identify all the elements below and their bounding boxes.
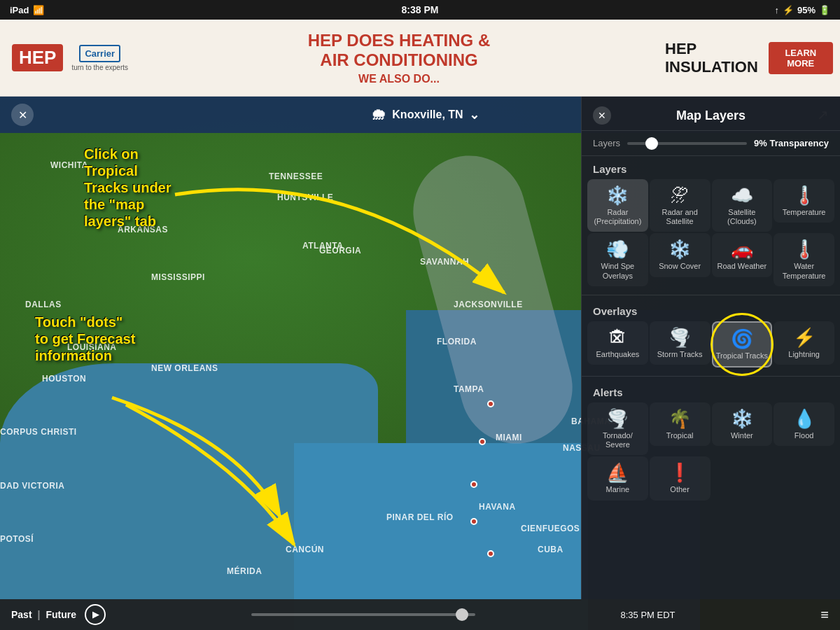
track-dot[interactable]: [487, 550, 494, 557]
chevron-down-icon[interactable]: ⌄: [469, 107, 479, 122]
temperature-label: Temperature: [783, 208, 826, 217]
track-dot[interactable]: [479, 438, 486, 445]
timeline-divider: |: [38, 609, 41, 620]
ad-subtext: WE ALSO DO...: [147, 73, 651, 85]
ipad-label: iPad: [10, 5, 29, 15]
layer-item-flood[interactable]: 💧Flood: [774, 402, 834, 446]
lightning-icon: ⚡: [793, 328, 816, 346]
layer-item-wind-speed[interactable]: 💨Wind Spe Overlays: [587, 233, 648, 286]
layer-item-tropical-tracks[interactable]: 🌀Tropical Tracks: [712, 321, 773, 368]
winter-icon: ❄️: [731, 410, 753, 428]
alerts-section-label: Alerts: [582, 379, 840, 402]
track-dot[interactable]: [470, 481, 477, 488]
radar-satellite-icon: ⛈: [671, 186, 689, 204]
layer-item-winter[interactable]: ❄️Winter: [712, 402, 773, 446]
marine-label: Marine: [606, 485, 630, 494]
earthquakes-icon: 🏚: [608, 328, 626, 346]
learn-more-button[interactable]: LEARN MORE: [769, 42, 833, 74]
arrow-icon: ↑: [774, 5, 779, 15]
layer-item-other[interactable]: ❗Other: [650, 456, 710, 500]
layer-item-storm-tracks[interactable]: 🌪️Storm Tracks: [650, 321, 710, 365]
ad-right[interactable]: HEP INSULATION LEARN MORE: [658, 33, 840, 83]
location-text: Knoxville, TN: [392, 108, 463, 121]
tropical-icon: 🌴: [668, 410, 691, 428]
bluetooth-icon: ⚡: [783, 5, 794, 15]
layer-item-radar-satellite[interactable]: ⛈Radar and Satellite: [650, 179, 710, 232]
transparency-knob[interactable]: [645, 137, 658, 150]
transparency-row: Layers 9% Transparency: [582, 131, 840, 156]
radar-label: Radar (Precipitation): [590, 208, 645, 226]
wifi-icon: 📶: [33, 5, 44, 15]
water-temp-label: Water Temperature: [776, 262, 832, 280]
hep-logo: HEP: [12, 44, 63, 71]
track-dot[interactable]: [470, 518, 477, 525]
earthquakes-label: Earthquakes: [596, 350, 639, 359]
status-bar: iPad 📶 8:38 PM ↑ ⚡ 95% 🔋: [0, 0, 840, 20]
layer-item-lightning[interactable]: ⚡Lightning: [774, 321, 834, 365]
status-right: ↑ ⚡ 95% 🔋: [774, 5, 830, 15]
timeline-slider[interactable]: [251, 613, 475, 616]
ad-right-text: HEP INSULATION: [665, 40, 760, 76]
snow-cover-icon: ❄️: [668, 240, 691, 258]
status-time: 8:38 PM: [402, 4, 439, 15]
layer-item-earthquakes[interactable]: 🏚Earthquakes: [587, 321, 648, 365]
nav-close-button[interactable]: ✕: [11, 104, 34, 126]
flood-label: Flood: [794, 431, 814, 440]
panel-title: Map Layers: [611, 108, 811, 123]
storm-tracks-icon: 🌪️: [668, 328, 691, 346]
layer-item-tornado[interactable]: 🌪️Tornado/ Severe: [587, 402, 648, 455]
layer-item-marine[interactable]: ⛵Marine: [587, 456, 648, 500]
battery-icon: 🔋: [819, 5, 830, 15]
carrier-logo: Carrier: [79, 45, 120, 62]
carrier-tagline: turn to the experts: [71, 64, 128, 71]
ad-center: HEP DOES HEATING & AIR CONDITIONING WE A…: [140, 24, 658, 92]
road-weather-icon: 🚗: [731, 240, 753, 258]
wind-speed-icon: 💨: [606, 240, 629, 258]
ad-headline2: AIR CONDITIONING: [147, 50, 651, 70]
weather-icon: 🌧: [371, 106, 386, 124]
tropical-label: Tropical: [666, 431, 694, 440]
layer-item-tropical[interactable]: 🌴Tropical: [650, 402, 710, 446]
layer-item-water-temp[interactable]: 🌡️Water Temperature: [774, 233, 834, 286]
panel-header: ✕ Map Layers: [582, 97, 840, 131]
alerts-grid: 🌪️Tornado/ Severe🌴Tropical❄️Winter💧Flood…: [582, 402, 840, 506]
overlays-grid: 🏚Earthquakes🌪️Storm Tracks🌀Tropical Trac…: [582, 321, 840, 373]
timeline-knob[interactable]: [456, 608, 468, 621]
transparency-slider[interactable]: [627, 142, 747, 145]
ad-headline1: HEP DOES HEATING &: [147, 31, 651, 50]
layer-item-temperature[interactable]: 🌡️Temperature: [774, 179, 834, 223]
ad-logo-area: HEP Carrier turn to the experts: [0, 20, 140, 96]
layers-section-label: Layers: [582, 156, 840, 179]
layers-button[interactable]: ≡: [820, 607, 829, 623]
past-label[interactable]: Past: [11, 609, 32, 620]
marine-icon: ⛵: [606, 463, 629, 482]
radar-icon: ❄️: [606, 186, 629, 204]
current-time: 8:35 PM EDT: [621, 610, 676, 620]
play-button[interactable]: ▶: [85, 604, 106, 625]
status-left: iPad 📶: [10, 5, 44, 15]
overlays-section-label: Overlays: [582, 298, 840, 321]
temperature-icon: 🌡️: [793, 186, 816, 204]
other-icon: ❗: [668, 463, 691, 482]
wind-speed-label: Wind Spe Overlays: [590, 262, 645, 280]
layer-item-satellite-clouds[interactable]: ☁️Satellite (Clouds): [712, 179, 773, 232]
flood-icon: 💧: [793, 410, 816, 428]
panel-close-button[interactable]: ✕: [593, 106, 611, 125]
transparency-label: Layers: [593, 138, 620, 148]
tropical-tracks-icon: 🌀: [731, 330, 753, 348]
ad-banner: HEP Carrier turn to the experts HEP DOES…: [0, 20, 840, 97]
layer-item-road-weather[interactable]: 🚗Road Weather: [712, 233, 773, 276]
layer-item-snow-cover[interactable]: ❄️Snow Cover: [650, 233, 710, 276]
winter-label: Winter: [731, 431, 753, 440]
layers-grid: ❄️Radar (Precipitation)⛈Radar and Satell…: [582, 179, 840, 292]
other-label: Other: [670, 485, 690, 494]
layer-item-radar[interactable]: ❄️Radar (Precipitation): [587, 179, 648, 232]
storm-tracks-label: Storm Tracks: [657, 350, 703, 359]
nav-location[interactable]: 🌧 Knoxville, TN ⌄: [371, 106, 479, 124]
lightning-label: Lightning: [788, 350, 820, 359]
future-label[interactable]: Future: [46, 609, 77, 620]
tropical-tracks-label: Tropical Tracks: [716, 351, 768, 360]
road-weather-label: Road Weather: [718, 262, 767, 271]
battery-percent: 95%: [797, 5, 816, 15]
transparency-value: 9% Transparency: [754, 138, 829, 148]
